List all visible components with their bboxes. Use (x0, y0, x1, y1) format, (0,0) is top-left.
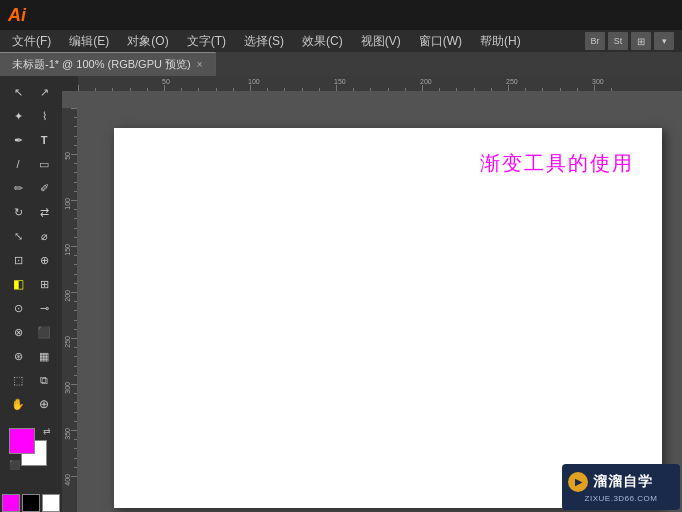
artboard-tool[interactable]: ⬚ (5, 368, 31, 392)
bridge-icon[interactable]: Br (585, 32, 605, 50)
stock-icon[interactable]: St (608, 32, 628, 50)
tool-row-8: ⊡ ⊕ (0, 248, 62, 272)
bottom-swatches (0, 494, 62, 512)
white-swatch[interactable] (42, 494, 60, 512)
left-toolbar: ↖ ↗ ✦ ⌇ ✒ T / ▭ ✏ ✐ ↻ ⇄ ⤡ ⌀ ⊡ ⊕ (0, 76, 62, 512)
lasso-tool[interactable]: ⌇ (31, 104, 57, 128)
pencil-tool[interactable]: ✐ (31, 176, 57, 200)
tool-row-5: ✏ ✐ (0, 176, 62, 200)
rotate-tool[interactable]: ↻ (5, 200, 31, 224)
tab-bar: 未标题-1* @ 100% (RGB/GPU 预览) × (0, 52, 682, 76)
column-graph-tool[interactable]: ▦ (31, 344, 57, 368)
black-swatch[interactable] (22, 494, 40, 512)
tool-row-6: ↻ ⇄ (0, 200, 62, 224)
watermark-title: 溜溜自学 (593, 473, 653, 491)
free-transform-tool[interactable]: ⊡ (5, 248, 31, 272)
ruler-horizontal: 50100150200250300 (62, 76, 682, 92)
menu-help[interactable]: 帮助(H) (472, 31, 529, 52)
hand-tool[interactable]: ✋ (5, 392, 31, 416)
tool-row-11: ⊗ ⬛ (0, 320, 62, 344)
scale-tool[interactable]: ⤡ (5, 224, 31, 248)
color-area: ⇄ ⬛ (5, 424, 57, 476)
tool-row-10: ⊙ ⊸ (0, 296, 62, 320)
watermark-overlay: ▶ 溜溜自学 ZIXUE.3D66.COM (562, 464, 680, 510)
title-bar: Ai (0, 0, 682, 30)
selection-tool[interactable]: ↖ (5, 80, 31, 104)
tool-row-9: ◧ ⊞ (0, 272, 62, 296)
foreground-color[interactable] (9, 428, 35, 454)
blend-tool[interactable]: ⊗ (5, 320, 31, 344)
line-tool[interactable]: / (5, 152, 31, 176)
canvas-area: 50100150200250300350400 渐变工具的使用 ▶ 溜溜自学 Z… (62, 92, 682, 512)
magic-wand-tool[interactable]: ✦ (5, 104, 31, 128)
tool-row-12: ⊛ ▦ (0, 344, 62, 368)
rectangle-tool[interactable]: ▭ (31, 152, 57, 176)
tab-label: 未标题-1* @ 100% (RGB/GPU 预览) (12, 57, 191, 72)
menu-view[interactable]: 视图(V) (353, 31, 409, 52)
pen-tool[interactable]: ✒ (5, 128, 31, 152)
workspace-icon[interactable]: ⊞ (631, 32, 651, 50)
canvas-container[interactable]: 渐变工具的使用 ▶ 溜溜自学 ZIXUE.3D66.COM (94, 108, 682, 512)
ruler-vertical: 50100150200250300350400 (62, 108, 78, 512)
main-layout: ↖ ↗ ✦ ⌇ ✒ T / ▭ ✏ ✐ ↻ ⇄ ⤡ ⌀ ⊡ ⊕ (0, 76, 682, 512)
menu-window[interactable]: 窗口(W) (411, 31, 470, 52)
tool-row-14: ✋ ⊕ (0, 392, 62, 416)
ai-logo: Ai (8, 5, 38, 26)
default-colors-icon[interactable]: ⬛ (9, 460, 20, 470)
tool-row-2: ✦ ⌇ (0, 104, 62, 128)
warp-tool[interactable]: ⌀ (31, 224, 57, 248)
watermark-url: ZIXUE.3D66.COM (585, 494, 658, 503)
menu-effect[interactable]: 效果(C) (294, 31, 351, 52)
tool-row-7: ⤡ ⌀ (0, 224, 62, 248)
canvas-title-text: 渐变工具的使用 (480, 150, 634, 177)
direct-selection-tool[interactable]: ↗ (31, 80, 57, 104)
mesh-tool[interactable]: ⊞ (31, 272, 57, 296)
tool-row-1: ↖ ↗ (0, 80, 62, 104)
shape-builder-tool[interactable]: ⊕ (31, 248, 57, 272)
tab-close-button[interactable]: × (197, 59, 203, 70)
workspace-dropdown[interactable]: ▾ (654, 32, 674, 50)
menu-type[interactable]: 文字(T) (179, 31, 234, 52)
tool-row-13: ⬚ ⧉ (0, 368, 62, 392)
swap-colors-icon[interactable]: ⇄ (43, 426, 51, 436)
watermark-play-icon: ▶ (568, 472, 588, 492)
none-swatch[interactable] (2, 494, 20, 512)
tool-row-4: / ▭ (0, 152, 62, 176)
menu-object[interactable]: 对象(O) (119, 31, 176, 52)
color-swatches: ⇄ ⬛ (9, 428, 53, 472)
menu-select[interactable]: 选择(S) (236, 31, 292, 52)
menu-bar: 文件(F) 编辑(E) 对象(O) 文字(T) 选择(S) 效果(C) 视图(V… (0, 30, 682, 52)
symbol-sprayer-tool[interactable]: ⊛ (5, 344, 31, 368)
watermark-top-row: ▶ 溜溜自学 (568, 472, 674, 492)
artboard: 渐变工具的使用 (114, 128, 662, 508)
menu-file[interactable]: 文件(F) (4, 31, 59, 52)
gradient-tool[interactable]: ◧ (5, 272, 31, 296)
live-paint-tool[interactable]: ⬛ (31, 320, 57, 344)
paintbrush-tool[interactable]: ✏ (5, 176, 31, 200)
tool-row-3: ✒ T (0, 128, 62, 152)
content-area: 50100150200250300 5010015020025030035040… (62, 76, 682, 512)
measure-tool[interactable]: ⊸ (31, 296, 57, 320)
eyedropper-tool[interactable]: ⊙ (5, 296, 31, 320)
reflect-tool[interactable]: ⇄ (31, 200, 57, 224)
menu-edit[interactable]: 编辑(E) (61, 31, 117, 52)
slice-tool[interactable]: ⧉ (31, 368, 57, 392)
type-tool[interactable]: T (31, 128, 57, 152)
document-tab[interactable]: 未标题-1* @ 100% (RGB/GPU 预览) × (0, 52, 216, 76)
zoom-tool[interactable]: ⊕ (31, 392, 57, 416)
